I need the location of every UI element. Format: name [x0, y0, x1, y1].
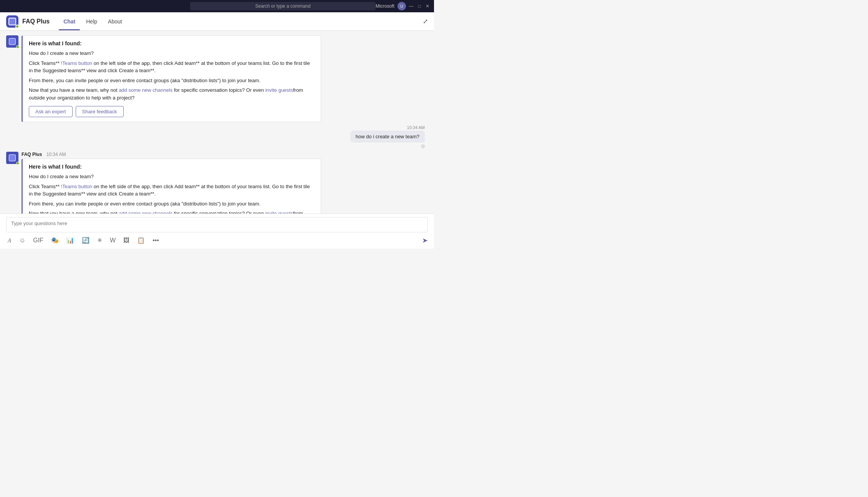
search-bar[interactable]: Search or type a command — [190, 2, 376, 10]
account-name: Microsoft — [376, 3, 394, 9]
loop-button[interactable]: 🔄 — [80, 235, 91, 245]
schedule-button[interactable]: 📋 — [136, 235, 146, 245]
message-card-1: Here is what I found: How do I create a … — [22, 35, 321, 122]
titlebar-right: Microsoft U — □ ✕ — [376, 2, 429, 10]
messages-container: Here is what I found: How do I create a … — [0, 31, 434, 214]
teams-button-link-1[interactable]: !Teams button — [61, 60, 93, 66]
user-status-icon: ◎ — [421, 143, 425, 149]
message-body-2a: Click Teams** !Teams button on the left … — [29, 183, 315, 198]
user-bubble: how do i create a new team? — [350, 131, 425, 142]
word-button[interactable]: W — [108, 235, 117, 245]
image-button[interactable]: 🖼 — [122, 235, 131, 245]
send-button[interactable]: ➤ — [422, 236, 428, 245]
message-question-2: How do I create a new team? — [29, 173, 315, 181]
bot-message-1: Here is what I found: How do I create a … — [6, 35, 321, 122]
invite-guests-link-1[interactable]: invite guests — [265, 87, 293, 93]
message-heading-1: Here is what I found: — [29, 40, 315, 46]
bot-message-content-1: Here is what I found: How do I create a … — [22, 35, 321, 122]
window-controls[interactable]: — □ ✕ — [409, 3, 429, 9]
add-channels-link-2[interactable]: add some new channels — [119, 210, 172, 214]
logo-inner — [8, 18, 16, 25]
input-area: 𝐴 ☺ GIF 🎭 📊 🔄 ✳ W 🖼 📋 ••• ➤ — [0, 214, 434, 248]
add-channels-link-1[interactable]: add some new channels — [119, 87, 172, 93]
emoji-button[interactable]: ☺ — [18, 235, 27, 245]
settings-button[interactable]: ✳ — [96, 235, 104, 245]
expand-icon[interactable]: ⤢ — [423, 18, 428, 25]
bot-message-2: FAQ Plus 10:34 AM Here is what I found: … — [6, 152, 321, 214]
message-input[interactable] — [6, 217, 428, 232]
bot-avatar-1 — [6, 35, 18, 48]
tab-about[interactable]: About — [103, 12, 127, 30]
share-feedback-button-1[interactable]: Share feedback — [76, 106, 124, 117]
message-body-2c: Now that you have a new team, why not ad… — [29, 210, 315, 214]
format-text-button[interactable]: 𝐴 — [6, 235, 13, 245]
message-heading-2: Here is what I found: — [29, 164, 315, 170]
header-right: ⤢ — [423, 18, 428, 25]
avatar[interactable]: U — [398, 2, 406, 10]
message-card-2: Here is what I found: How do I create a … — [22, 159, 321, 214]
teams-button-link-2[interactable]: !Teams button — [61, 184, 93, 189]
bot-avatar-inner — [9, 38, 16, 45]
gif-button[interactable]: GIF — [31, 235, 45, 245]
bot-message-content-2: FAQ Plus 10:34 AM Here is what I found: … — [22, 152, 321, 214]
message-actions-1: Ask an expert Share feedback — [29, 106, 315, 117]
search-text: Search or type a command — [255, 3, 311, 9]
app-logo — [6, 15, 18, 28]
tab-chat[interactable]: Chat — [59, 12, 80, 30]
bot-avatar-2 — [6, 152, 18, 164]
bot-time-label: 10:34 AM — [46, 152, 66, 157]
bot-name-label: FAQ Plus — [22, 152, 42, 157]
user-message-1: 10:34 AM how do i create a new team? ◎ — [350, 125, 425, 149]
minimize-button[interactable]: — — [409, 3, 414, 9]
tab-help[interactable]: Help — [81, 12, 102, 30]
maximize-button[interactable]: □ — [418, 3, 421, 9]
titlebar: Search or type a command Microsoft U — □… — [0, 0, 434, 12]
more-options-button[interactable]: ••• — [151, 235, 161, 245]
user-message-group: 10:34 AM how do i create a new team? ◎ — [6, 125, 428, 149]
message-body-1c: Now that you have a new team, why not ad… — [29, 86, 315, 101]
message-question-1: How do I create a new team? — [29, 50, 315, 57]
chat-area: Here is what I found: How do I create a … — [0, 31, 434, 248]
bot-name-time-2: FAQ Plus 10:34 AM — [22, 152, 321, 157]
toolbar: 𝐴 ☺ GIF 🎭 📊 🔄 ✳ W 🖼 📋 ••• ➤ — [6, 234, 428, 245]
user-time: 10:34 AM — [407, 125, 425, 130]
close-button[interactable]: ✕ — [426, 3, 429, 9]
bot-online-dot-2 — [16, 162, 19, 165]
nav-tabs: Chat Help About — [59, 12, 127, 30]
message-body-1a: Click Teams** !Teams button on the left … — [29, 60, 315, 75]
bot-online-dot — [16, 45, 19, 48]
ask-expert-button-1[interactable]: Ask an expert — [29, 106, 73, 117]
user-text: how do i create a new team? — [356, 134, 419, 139]
invite-guests-link-2[interactable]: invite guests — [265, 210, 293, 214]
message-body-2b: From there, you can invite people or eve… — [29, 200, 315, 208]
sticker-button[interactable]: 🎭 — [50, 235, 60, 245]
message-body-1b: From there, you can invite people or eve… — [29, 77, 315, 84]
online-indicator — [15, 25, 19, 28]
chart-button[interactable]: 📊 — [65, 235, 76, 245]
app-title: FAQ Plus — [22, 18, 50, 25]
app-header: FAQ Plus Chat Help About ⤢ — [0, 12, 434, 31]
bot-avatar-inner-2 — [9, 154, 16, 161]
